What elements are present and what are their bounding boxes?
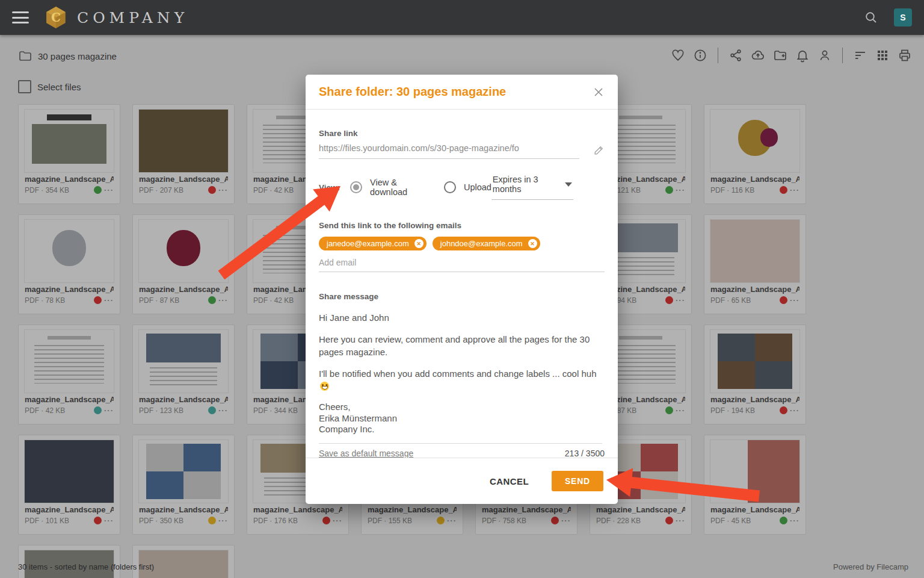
email-chip: johndoe@example.com✕ <box>433 237 540 250</box>
share-message-label: Share message <box>319 292 605 301</box>
char-counter: 213 / 3500 <box>565 449 605 458</box>
app-window: C COMPANY S 30 pages magazine Select fil… <box>0 0 924 578</box>
company-logo[interactable]: C <box>45 5 67 30</box>
expires-select[interactable]: Expires in 3 months <box>491 175 573 200</box>
remove-email-icon[interactable]: ✕ <box>414 239 424 248</box>
share-link-value[interactable]: https://files.yourdomain.com/s/30-page-m… <box>319 143 579 159</box>
logo-hexagon-icon: C <box>45 5 67 30</box>
email-chip-label: johndoe@example.com <box>440 239 523 248</box>
email-chip: janedoe@example.com✕ <box>319 237 427 250</box>
message-paragraph: Here you can review, comment and approve… <box>319 333 602 358</box>
message-paragraph: Erika Münstermann <box>319 413 602 424</box>
add-email-input[interactable] <box>319 253 605 272</box>
edit-link-icon[interactable] <box>593 144 605 156</box>
share-message-text[interactable]: Hi Jane and JohnHere you can review, com… <box>319 311 602 444</box>
send-button[interactable]: SEND <box>552 471 603 491</box>
share-link-label: Share link <box>319 129 605 138</box>
radio-upload-label[interactable]: Upload <box>464 182 491 192</box>
dialog-title: Share folder: 30 pages magazine <box>319 85 506 99</box>
radio-view-download[interactable] <box>350 181 362 193</box>
close-icon[interactable] <box>593 86 605 98</box>
emails-label: Send this link to the following emails <box>319 221 605 230</box>
expires-value: Expires in 3 months <box>493 175 558 194</box>
user-avatar[interactable]: S <box>894 8 912 26</box>
hamburger-menu-icon[interactable] <box>12 11 29 23</box>
smiley-emoji <box>320 382 329 391</box>
svg-text:C: C <box>51 10 61 25</box>
top-app-bar: C COMPANY S <box>0 0 924 35</box>
message-paragraph: I'll be notified when you add comments a… <box>319 367 602 393</box>
search-icon[interactable] <box>864 10 878 25</box>
message-paragraph: Company Inc. <box>319 424 602 435</box>
email-chip-label: janedoe@example.com <box>327 239 409 248</box>
share-folder-dialog: Share folder: 30 pages magazine Share li… <box>306 75 618 504</box>
save-default-link[interactable]: Save as default message <box>319 449 413 458</box>
company-name: COMPANY <box>77 9 188 26</box>
view-label: View: <box>319 183 340 192</box>
radio-view-download-label[interactable]: View & download <box>370 178 428 197</box>
radio-upload[interactable] <box>444 181 456 193</box>
cancel-button[interactable]: CANCEL <box>490 476 529 486</box>
message-paragraph: Hi Jane and John <box>319 311 602 324</box>
chevron-down-icon <box>565 182 572 187</box>
email-chips: janedoe@example.com✕johndoe@example.com✕ <box>319 237 605 250</box>
message-paragraph: Cheers, <box>319 402 602 413</box>
remove-email-icon[interactable]: ✕ <box>528 239 537 248</box>
